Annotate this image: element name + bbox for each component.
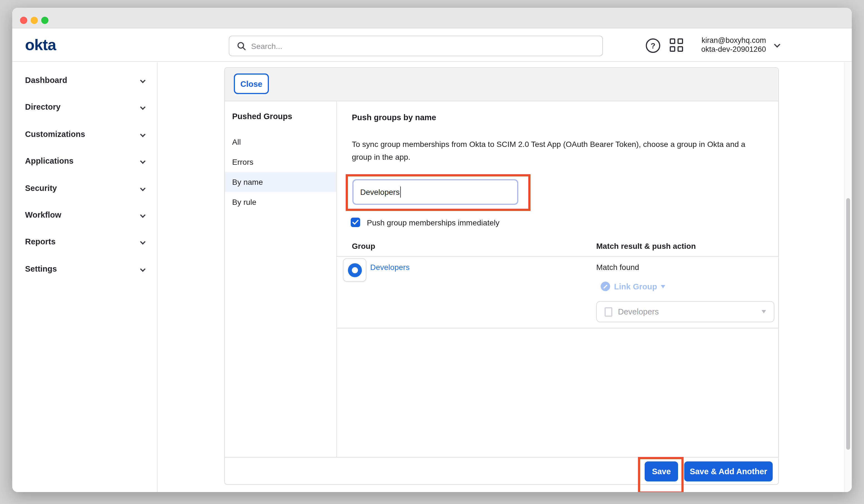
match-status: Match found <box>596 263 639 272</box>
link-group-button[interactable]: Link Group <box>601 281 665 291</box>
account-org: okta-dev-20901260 <box>680 45 766 54</box>
help-icon[interactable]: ? <box>646 38 660 53</box>
search-icon <box>237 41 246 50</box>
grid-square <box>670 38 675 44</box>
checkbox-check-icon <box>352 220 359 225</box>
okta-group-icon <box>348 263 362 277</box>
close-window-button[interactable] <box>20 17 27 24</box>
pushed-groups-panel: Close Pushed Groups All Errors By name B… <box>224 67 779 485</box>
chevron-down-icon <box>140 158 146 164</box>
app-group-select-value: Developers <box>618 307 761 316</box>
window-title-bar <box>12 8 852 28</box>
chevron-down-icon <box>140 131 146 137</box>
subnav-item-all[interactable]: All <box>225 132 336 152</box>
sidebar-item-label: Dashboard <box>25 76 67 85</box>
chevron-down-icon <box>140 77 146 83</box>
sidebar-item-settings[interactable]: Settings <box>25 263 145 275</box>
group-icon <box>343 258 366 281</box>
sidebar-item-label: Directory <box>25 103 60 111</box>
table-row-divider <box>337 328 779 328</box>
chevron-down-icon <box>140 212 146 218</box>
app-header: okta Search... ? kiran@boxyhq.com okta-d… <box>12 29 852 62</box>
sidebar-item-label: Customizations <box>25 130 85 139</box>
account-menu[interactable]: kiran@boxyhq.com okta-dev-20901260 <box>680 36 766 54</box>
chevron-down-icon <box>140 239 146 244</box>
column-header-group: Group <box>352 242 375 251</box>
subnav-title: Pushed Groups <box>232 112 292 121</box>
subnav-item-by-rule[interactable]: By rule <box>225 192 336 212</box>
desktop: okta Search... ? kiran@boxyhq.com okta-d… <box>0 0 864 504</box>
sidebar-item-applications[interactable]: Applications <box>25 155 145 167</box>
column-header-match: Match result & push action <box>596 242 696 251</box>
sidebar-item-dashboard[interactable]: Dashboard <box>25 74 145 86</box>
browser-window: okta Search... ? kiran@boxyhq.com okta-d… <box>12 8 852 492</box>
link-icon <box>601 281 610 291</box>
scrollbar-thumb[interactable] <box>846 198 850 450</box>
grid-square <box>670 46 675 52</box>
minimize-window-button[interactable] <box>31 17 38 24</box>
sidebar: Dashboard Directory Customizations Appli… <box>12 62 158 492</box>
footer-divider <box>225 457 779 457</box>
sidebar-item-label: Applications <box>25 156 73 165</box>
search-placeholder: Search... <box>251 41 282 50</box>
sidebar-item-customizations[interactable]: Customizations <box>25 128 145 140</box>
sidebar-item-label: Settings <box>25 264 57 273</box>
sidebar-item-label: Security <box>25 184 57 193</box>
form-heading: Push groups by name <box>352 113 436 122</box>
subnav-divider <box>336 101 337 457</box>
sidebar-item-label: Workflow <box>25 211 61 219</box>
okta-logo: okta <box>25 36 56 54</box>
search-input[interactable]: Search... <box>229 36 603 56</box>
subnav-item-errors[interactable]: Errors <box>225 152 336 172</box>
panel-header: Close <box>225 68 778 101</box>
form-description: To sync group memberships from Okta to S… <box>352 138 767 164</box>
chevron-down-icon <box>140 104 146 110</box>
push-immediately-label: Push group memberships immediately <box>367 218 499 227</box>
group-name-input-value: Developers <box>360 188 400 196</box>
sidebar-item-label: Reports <box>25 237 56 246</box>
sidebar-item-directory[interactable]: Directory <box>25 101 145 113</box>
maximize-window-button[interactable] <box>41 17 48 24</box>
group-placeholder-icon <box>604 307 612 316</box>
chevron-down-icon <box>140 266 146 272</box>
scrollbar-track[interactable] <box>844 62 852 492</box>
app-group-select[interactable]: Developers <box>596 301 775 322</box>
table-header-divider <box>337 256 779 256</box>
sidebar-item-workflow[interactable]: Workflow <box>25 209 145 221</box>
sidebar-item-security[interactable]: Security <box>25 182 145 194</box>
account-email: kiran@boxyhq.com <box>680 36 766 45</box>
group-name-link[interactable]: Developers <box>370 263 410 272</box>
sidebar-item-reports[interactable]: Reports <box>25 236 145 248</box>
save-add-another-button[interactable]: Save & Add Another <box>684 461 773 481</box>
link-group-label: Link Group <box>614 282 657 291</box>
chevron-down-icon <box>140 185 146 191</box>
group-name-input[interactable]: Developers <box>352 179 518 205</box>
annotation-box-save <box>638 457 684 492</box>
push-immediately-checkbox[interactable] <box>351 218 360 227</box>
dropdown-arrow-icon <box>761 310 766 313</box>
close-button[interactable]: Close <box>234 73 269 94</box>
dropdown-arrow-icon <box>661 285 665 288</box>
subnav-item-by-name[interactable]: By name <box>225 172 336 192</box>
chevron-down-icon[interactable] <box>774 41 780 48</box>
text-caret <box>400 187 401 197</box>
